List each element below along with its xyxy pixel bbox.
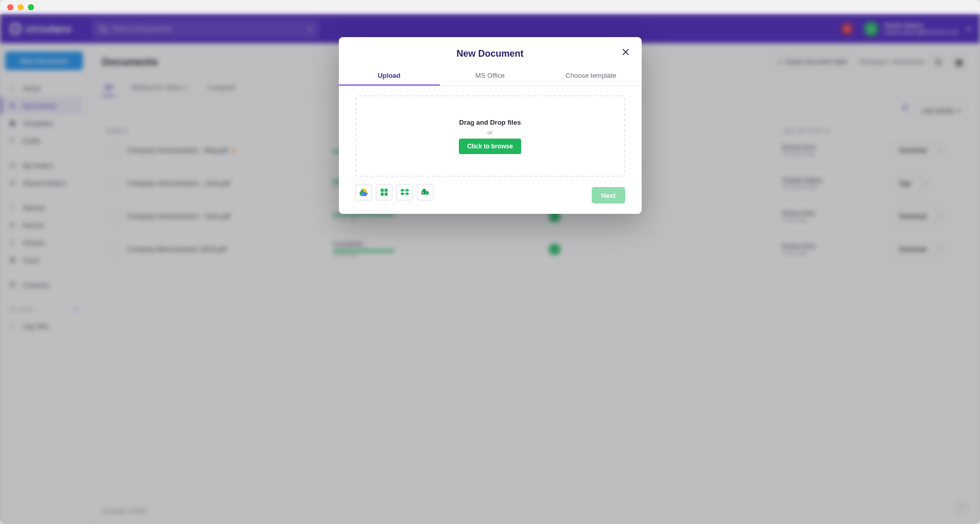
svg-text:S: S — [422, 191, 424, 194]
mac-titlebar — [0, 0, 980, 14]
svg-rect-4 — [384, 189, 387, 192]
browse-button[interactable]: Click to browse — [459, 139, 521, 154]
dropzone-or: or — [488, 129, 493, 136]
svg-point-12 — [425, 191, 429, 195]
svg-rect-6 — [384, 193, 387, 196]
dropbox-button[interactable] — [397, 184, 413, 200]
next-button[interactable]: Next — [592, 187, 625, 204]
upload-dropzone[interactable]: Drag and Drop files or Click to browse — [355, 95, 625, 177]
modal-title: New Document — [339, 37, 642, 66]
modal-tab-upload[interactable]: Upload — [339, 66, 440, 86]
svg-marker-7 — [400, 189, 405, 192]
modal-tab-template[interactable]: Choose template — [541, 66, 642, 86]
cloud-provider-row: S — [355, 184, 625, 200]
sharepoint-button[interactable]: S — [417, 184, 434, 200]
svg-rect-3 — [381, 189, 384, 192]
new-document-modal: New Document Upload MS Office Choose tem… — [339, 37, 642, 214]
modal-tab-msoffice[interactable]: MS Office — [440, 66, 541, 86]
dropzone-title: Drag and Drop files — [459, 119, 521, 126]
svg-marker-8 — [405, 189, 409, 192]
google-drive-button[interactable] — [355, 184, 372, 200]
modal-tabs: Upload MS Office Choose template — [339, 66, 642, 86]
onedrive-button[interactable] — [376, 184, 392, 200]
svg-marker-10 — [405, 192, 409, 195]
svg-rect-5 — [381, 193, 384, 196]
mac-zoom[interactable] — [28, 4, 34, 10]
close-icon[interactable] — [620, 46, 631, 58]
svg-marker-9 — [400, 192, 405, 195]
modal-scrim[interactable]: New Document Upload MS Office Choose tem… — [0, 14, 980, 524]
mac-minimize[interactable] — [18, 4, 24, 10]
mac-close[interactable] — [7, 4, 13, 10]
